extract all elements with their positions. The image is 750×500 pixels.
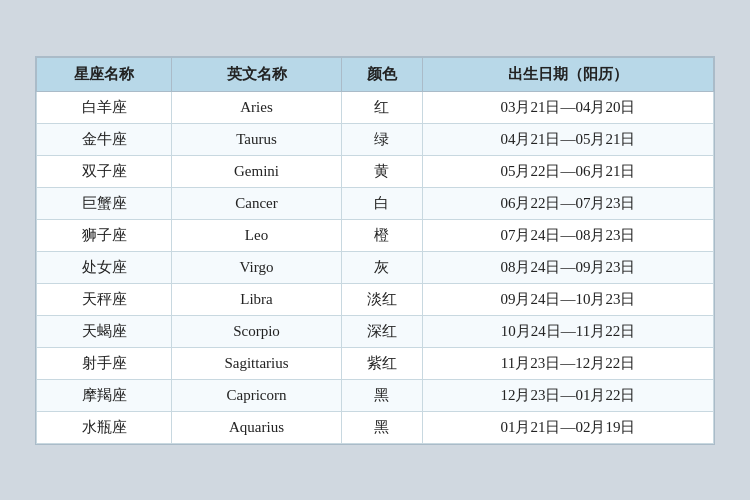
table-row: 摩羯座Capricorn黑12月23日—01月22日 [37, 379, 714, 411]
table-row: 狮子座Leo橙07月24日—08月23日 [37, 219, 714, 251]
cell-english: Virgo [172, 251, 341, 283]
cell-english: Capricorn [172, 379, 341, 411]
table-row: 双子座Gemini黄05月22日—06月21日 [37, 155, 714, 187]
cell-color: 红 [341, 91, 422, 123]
cell-chinese: 双子座 [37, 155, 172, 187]
cell-chinese: 射手座 [37, 347, 172, 379]
cell-date: 11月23日—12月22日 [422, 347, 713, 379]
cell-chinese: 狮子座 [37, 219, 172, 251]
cell-date: 12月23日—01月22日 [422, 379, 713, 411]
table-row: 处女座Virgo灰08月24日—09月23日 [37, 251, 714, 283]
cell-color: 白 [341, 187, 422, 219]
cell-english: Aries [172, 91, 341, 123]
header-color: 颜色 [341, 57, 422, 91]
cell-chinese: 天蝎座 [37, 315, 172, 347]
cell-chinese: 摩羯座 [37, 379, 172, 411]
cell-chinese: 天秤座 [37, 283, 172, 315]
cell-date: 01月21日—02月19日 [422, 411, 713, 443]
cell-date: 04月21日—05月21日 [422, 123, 713, 155]
cell-chinese: 处女座 [37, 251, 172, 283]
cell-chinese: 巨蟹座 [37, 187, 172, 219]
cell-english: Cancer [172, 187, 341, 219]
table-row: 白羊座Aries红03月21日—04月20日 [37, 91, 714, 123]
zodiac-table-container: 星座名称 英文名称 颜色 出生日期（阳历） 白羊座Aries红03月21日—04… [35, 56, 715, 445]
table-row: 巨蟹座Cancer白06月22日—07月23日 [37, 187, 714, 219]
cell-chinese: 水瓶座 [37, 411, 172, 443]
header-english: 英文名称 [172, 57, 341, 91]
cell-english: Gemini [172, 155, 341, 187]
header-chinese: 星座名称 [37, 57, 172, 91]
cell-color: 黄 [341, 155, 422, 187]
cell-english: Taurus [172, 123, 341, 155]
cell-english: Libra [172, 283, 341, 315]
cell-color: 黑 [341, 379, 422, 411]
cell-chinese: 白羊座 [37, 91, 172, 123]
cell-color: 淡红 [341, 283, 422, 315]
cell-date: 03月21日—04月20日 [422, 91, 713, 123]
zodiac-table: 星座名称 英文名称 颜色 出生日期（阳历） 白羊座Aries红03月21日—04… [36, 57, 714, 444]
cell-date: 07月24日—08月23日 [422, 219, 713, 251]
table-header-row: 星座名称 英文名称 颜色 出生日期（阳历） [37, 57, 714, 91]
cell-color: 深红 [341, 315, 422, 347]
table-row: 金牛座Taurus绿04月21日—05月21日 [37, 123, 714, 155]
cell-date: 06月22日—07月23日 [422, 187, 713, 219]
cell-date: 10月24日—11月22日 [422, 315, 713, 347]
header-date: 出生日期（阳历） [422, 57, 713, 91]
cell-color: 灰 [341, 251, 422, 283]
cell-date: 09月24日—10月23日 [422, 283, 713, 315]
cell-color: 橙 [341, 219, 422, 251]
cell-color: 绿 [341, 123, 422, 155]
cell-color: 紫红 [341, 347, 422, 379]
cell-date: 05月22日—06月21日 [422, 155, 713, 187]
cell-chinese: 金牛座 [37, 123, 172, 155]
cell-english: Aquarius [172, 411, 341, 443]
table-row: 水瓶座Aquarius黑01月21日—02月19日 [37, 411, 714, 443]
cell-english: Leo [172, 219, 341, 251]
cell-date: 08月24日—09月23日 [422, 251, 713, 283]
cell-english: Scorpio [172, 315, 341, 347]
cell-english: Sagittarius [172, 347, 341, 379]
table-body: 白羊座Aries红03月21日—04月20日金牛座Taurus绿04月21日—0… [37, 91, 714, 443]
table-row: 射手座Sagittarius紫红11月23日—12月22日 [37, 347, 714, 379]
table-row: 天蝎座Scorpio深红10月24日—11月22日 [37, 315, 714, 347]
cell-color: 黑 [341, 411, 422, 443]
table-row: 天秤座Libra淡红09月24日—10月23日 [37, 283, 714, 315]
